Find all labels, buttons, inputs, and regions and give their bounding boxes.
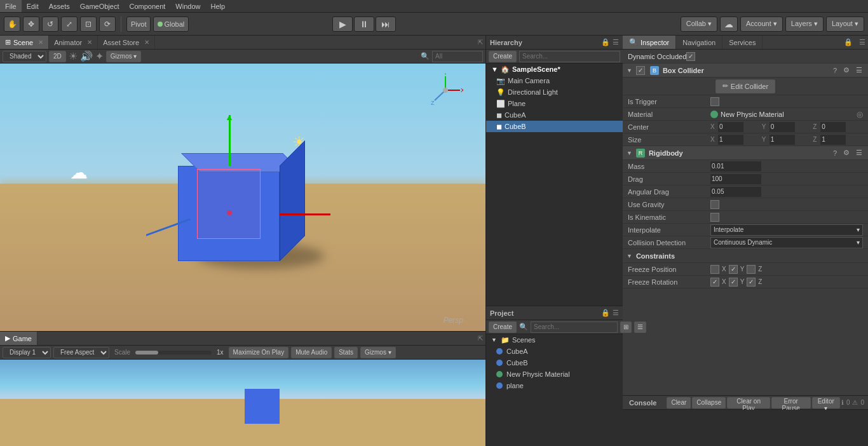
interpolate-dropdown[interactable]: Interpolate ▾ (710, 224, 863, 236)
rigidbody-settings-btn[interactable]: ⚙ (841, 148, 851, 158)
animator-tab-close[interactable]: ✕ (87, 39, 92, 46)
scale-slider[interactable] (135, 351, 212, 355)
2d-button[interactable]: 2D (49, 51, 66, 62)
tool-rotate[interactable]: ↺ (42, 17, 58, 32)
mass-input[interactable] (710, 161, 761, 172)
center-y-input[interactable] (770, 122, 795, 132)
size-y-input[interactable] (770, 135, 795, 145)
rigidbody-header[interactable]: ▼ R Rigidbody ? ⚙ ☰ (623, 146, 868, 160)
scene-view[interactable]: ☀ ☁ (0, 64, 485, 331)
center-z-input[interactable] (820, 122, 846, 132)
step-button[interactable]: ⏭ (376, 17, 396, 32)
box-collider-enabled-check[interactable]: ✓ (636, 66, 645, 75)
account-button[interactable]: Account ▾ (740, 17, 783, 32)
console-clear-btn[interactable]: Clear (667, 397, 691, 409)
hierarchy-directional-light[interactable]: 💡 Directional Light (486, 86, 623, 98)
box-collider-header[interactable]: ▼ ✓ B Box Collider ? ⚙ ☰ (623, 64, 868, 78)
is-kinematic-checkbox[interactable] (710, 213, 719, 222)
pivot-button[interactable]: Pivot (126, 17, 151, 32)
project-cubea[interactable]: CubeA (486, 346, 623, 357)
console-collapse-btn[interactable]: Collapse (692, 397, 726, 409)
center-x-input[interactable] (718, 122, 743, 132)
hierarchy-plane[interactable]: ⬜ Plane (486, 98, 623, 109)
hierarchy-scene-root[interactable]: ▼ 🏠 SampleScene* (486, 64, 623, 75)
tool-rect[interactable]: ⊡ (80, 17, 97, 32)
maximize-on-play-btn[interactable]: Maximize On Play (229, 347, 289, 358)
shading-select[interactable]: Shaded (3, 51, 46, 62)
scene-search-input[interactable] (432, 51, 483, 62)
use-gravity-checkbox[interactable] (710, 200, 719, 209)
layers-button[interactable]: Layers ▾ (785, 17, 824, 32)
project-scenes-folder[interactable]: ▼ 📁 Scenes (486, 334, 623, 346)
scene-maximize[interactable]: ⇱ (478, 39, 485, 46)
hierarchy-cube-b[interactable]: ◼ CubeB (486, 121, 623, 132)
console-tab-label[interactable]: Console (629, 399, 656, 407)
tool-move[interactable]: ✥ (23, 17, 39, 32)
edit-collider-btn[interactable]: ✏ Edit Collider (715, 79, 775, 93)
tab-game[interactable]: ▶ Game (0, 332, 37, 345)
material-target-icon[interactable]: ◎ (857, 110, 863, 119)
hierarchy-cube-a[interactable]: ◼ CubeA (486, 109, 623, 121)
console-editor-btn[interactable]: Editor ▾ (812, 397, 840, 409)
project-physic-material[interactable]: New Physic Material (486, 368, 623, 380)
hierarchy-lock-icon[interactable]: 🔒 (601, 38, 610, 46)
menu-window[interactable]: Window (170, 0, 205, 12)
tool-transform[interactable]: ⟳ (99, 17, 116, 32)
global-button[interactable]: Global (153, 17, 189, 32)
project-cubeb[interactable]: CubeB (486, 357, 623, 368)
collab-button[interactable]: Collab ▾ (681, 17, 717, 32)
menu-gameobject[interactable]: GameObject (75, 0, 125, 12)
tool-scale[interactable]: ⤢ (61, 17, 78, 32)
pause-button[interactable]: ⏸ (354, 17, 374, 32)
tab-navigation[interactable]: Navigation (676, 36, 722, 49)
tab-services[interactable]: Services (722, 36, 763, 49)
inspector-lock-icon[interactable]: 🔒 (840, 38, 857, 46)
freeze-rot-y-check[interactable]: ✓ (729, 278, 738, 287)
gizmos-button[interactable]: Gizmos ▾ (106, 51, 142, 62)
hierarchy-create-btn[interactable]: Create (489, 51, 517, 62)
constraints-header[interactable]: ▼ Constraints (623, 249, 868, 263)
freeze-pos-x-check[interactable] (710, 265, 719, 274)
project-plane[interactable]: plane (486, 380, 623, 391)
tab-asset-store[interactable]: Asset Store ✕ (98, 36, 155, 49)
angular-drag-input[interactable] (710, 187, 761, 197)
size-x-input[interactable] (718, 135, 743, 145)
game-maximize[interactable]: ⇱ (478, 335, 485, 342)
hierarchy-main-camera[interactable]: 📷 Main Camera (486, 75, 623, 86)
is-trigger-checkbox[interactable] (710, 97, 719, 106)
game-view[interactable] (0, 360, 485, 446)
audio-icon[interactable]: 🔊 (80, 50, 93, 62)
tab-inspector[interactable]: 🔍 Inspector (623, 36, 676, 49)
play-button[interactable]: ▶ (332, 17, 353, 32)
scene-tab-close[interactable]: ✕ (38, 39, 43, 46)
rigidbody-menu-btn[interactable]: ☰ (854, 148, 864, 158)
hierarchy-menu-icon[interactable]: ☰ (613, 38, 619, 46)
box-collider-settings-btn[interactable]: ⚙ (841, 65, 851, 75)
menu-edit[interactable]: Edit (22, 0, 44, 12)
collision-dropdown[interactable]: Continuous Dynamic ▾ (710, 237, 863, 248)
tool-hand[interactable]: ✋ (4, 17, 20, 32)
project-menu-icon[interactable]: ☰ (613, 309, 619, 317)
inspector-menu-icon[interactable]: ☰ (857, 38, 868, 46)
stats-btn[interactable]: Stats (334, 347, 358, 358)
tab-scene[interactable]: ⊞ Scene ✕ (0, 36, 49, 49)
menu-component[interactable]: Component (124, 0, 170, 12)
hierarchy-search[interactable] (519, 51, 620, 62)
menu-help[interactable]: Help (205, 0, 230, 12)
project-create-btn[interactable]: Create (489, 321, 517, 333)
game-gizmos-btn[interactable]: Gizmos ▾ (360, 347, 396, 358)
console-error-pause-btn[interactable]: Error Pause (771, 397, 811, 409)
console-clear-on-play-btn[interactable]: Clear on Play (727, 397, 770, 409)
size-z-input[interactable] (820, 135, 846, 145)
freeze-rot-z-check[interactable]: ✓ (747, 278, 756, 287)
drag-input[interactable] (710, 174, 761, 184)
menu-file[interactable]: File (0, 0, 22, 12)
layout-button[interactable]: Layout ▾ (826, 17, 864, 32)
display-select[interactable]: Display 1 (3, 347, 51, 358)
aspect-select[interactable]: Free Aspect (53, 347, 109, 358)
project-search-input[interactable] (531, 321, 618, 333)
mute-audio-btn[interactable]: Mute Audio (291, 347, 332, 358)
cloud-button[interactable]: ☁ (720, 17, 738, 32)
freeze-pos-y-check[interactable]: ✓ (729, 265, 738, 274)
fx-icon[interactable]: ✦ (95, 50, 104, 62)
